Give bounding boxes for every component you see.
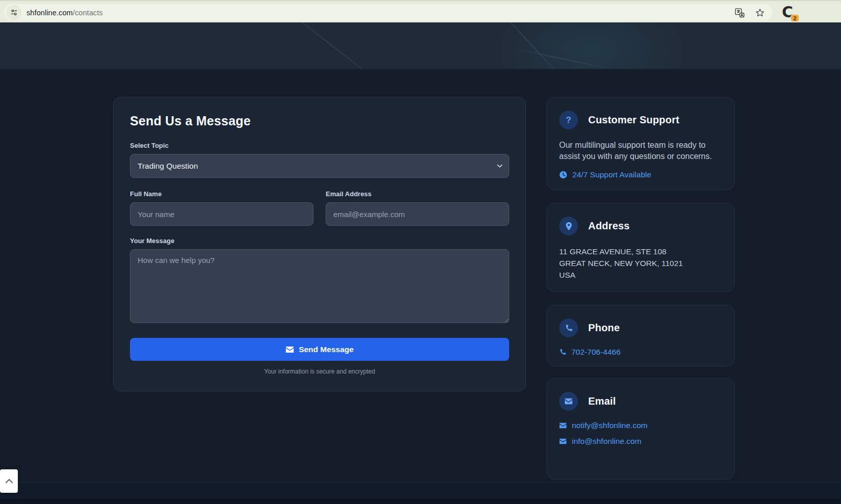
translate-icon[interactable] (734, 7, 745, 18)
form-title: Send Us a Message (130, 114, 509, 128)
email-icon (559, 392, 578, 411)
phone-small-icon (559, 349, 566, 356)
site-footer (0, 482, 841, 504)
email-link-row: info@shfonline.com (559, 437, 722, 446)
site-header-band (0, 22, 841, 69)
profile-avatar[interactable]: C 2 (779, 4, 796, 21)
customer-support-card: ? Customer Support Our multilingual supp… (546, 97, 735, 190)
email-card-title: Email (588, 395, 616, 407)
email-card: Email notify@shfonline.com info@shfonlin… (546, 378, 735, 480)
address-card-title: Address (588, 220, 629, 232)
question-mark-icon: ? (559, 111, 578, 129)
url-text[interactable]: shfonline.com/contacts (27, 9, 103, 17)
phone-link-row: 702-706-4466 (559, 348, 722, 357)
address-bar[interactable]: shfonline.com/contacts (4, 4, 773, 21)
message-label: Your Message (130, 237, 509, 245)
decorative-line (262, 22, 396, 69)
page-content: Send Us a Message Select Topic Trading Q… (0, 22, 841, 504)
address-line: USA (559, 269, 722, 281)
name-input[interactable] (130, 202, 313, 226)
address-card: Address 11 GRACE AVENUE, STE 108 GREAT N… (546, 203, 735, 292)
phone-number-link[interactable]: 702-706-4466 (571, 348, 621, 357)
browser-toolbar: shfonline.com/contacts C 2 (0, 0, 841, 22)
email-input[interactable] (326, 202, 509, 226)
support-card-title: Customer Support (588, 114, 679, 126)
send-message-label: Send Message (299, 345, 354, 354)
phone-card: Phone 702-706-4466 (546, 305, 735, 366)
name-label: Full Name (130, 190, 313, 198)
scroll-to-top-button[interactable] (0, 469, 18, 493)
site-settings-icon[interactable] (6, 5, 21, 20)
email-address-link[interactable]: notify@shfonline.com (572, 421, 647, 430)
url-domain: shfonline.com (27, 9, 73, 17)
address-line: 11 GRACE AVENUE, STE 108 (559, 246, 722, 257)
map-pin-icon (559, 217, 578, 235)
email-label: Email Address (326, 190, 509, 198)
url-path: /contacts (73, 9, 103, 17)
phone-card-title: Phone (588, 322, 620, 334)
envelope-small-icon (559, 438, 567, 444)
bookmark-star-icon[interactable] (754, 7, 766, 18)
topic-select[interactable]: Trading Question (130, 154, 509, 178)
chevron-up-icon (5, 479, 13, 484)
contact-form-card: Send Us a Message Select Topic Trading Q… (113, 97, 526, 391)
send-message-button[interactable]: Send Message (130, 338, 509, 361)
phone-icon (559, 319, 578, 337)
clock-icon (559, 171, 567, 179)
message-textarea[interactable] (130, 249, 509, 323)
envelope-icon (285, 346, 294, 353)
secure-note: Your information is secure and encrypted (130, 368, 509, 375)
support-card-body: Our multilingual support team is ready t… (559, 140, 722, 162)
support-availability: 24/7 Support Available (559, 170, 722, 179)
profile-badge: 2 (791, 14, 799, 22)
envelope-small-icon (559, 422, 567, 429)
email-link-row: notify@shfonline.com (559, 421, 722, 430)
topic-label: Select Topic (130, 142, 509, 149)
address-line: GREAT NECK, NEW YORK, 11021 (559, 257, 722, 269)
email-address-link[interactable]: info@shfonline.com (572, 437, 641, 446)
footer-strip (0, 499, 841, 504)
